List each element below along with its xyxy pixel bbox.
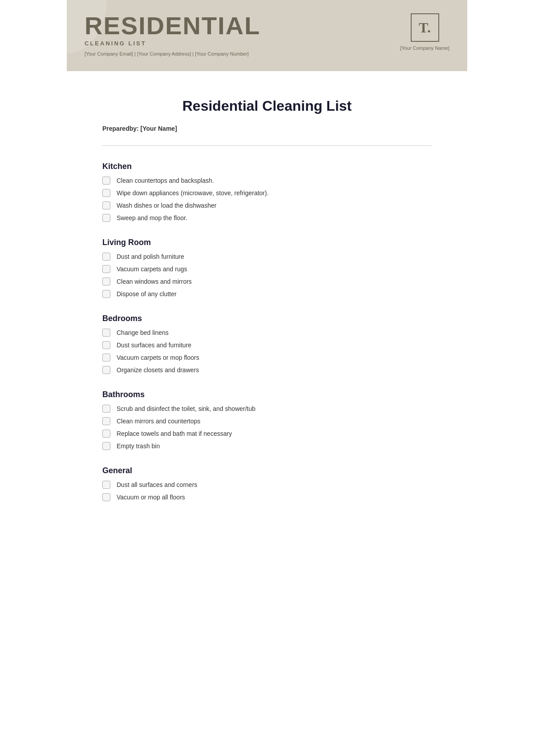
list-item[interactable]: Scrub and disinfect the toilet, sink, an… <box>102 405 432 413</box>
prepared-by: Preparedby: [Your Name] <box>102 125 432 132</box>
checklist-item-label: Vacuum carpets or mop floors <box>117 354 199 361</box>
list-item[interactable]: Empty trash bin <box>102 442 432 450</box>
checkbox-icon[interactable] <box>102 201 110 209</box>
list-item[interactable]: Vacuum carpets or mop floors <box>102 354 432 362</box>
checkbox-icon[interactable] <box>102 405 110 413</box>
list-item[interactable]: Dust and polish furniture <box>102 253 432 261</box>
checkbox-icon[interactable] <box>102 277 110 286</box>
section-bathrooms: BathroomsScrub and disinfect the toilet,… <box>102 390 432 450</box>
sections-container: KitchenClean countertops and backsplash.… <box>102 162 432 501</box>
list-item[interactable]: Clean countertops and backsplash. <box>102 177 432 185</box>
checklist-item-label: Replace towels and bath mat if necessary <box>117 430 232 437</box>
section-general: GeneralDust all surfaces and cornersVacu… <box>102 466 432 501</box>
checklist-item-label: Vacuum carpets and rugs <box>117 265 187 273</box>
checkbox-icon[interactable] <box>102 341 110 349</box>
checklist-item-label: Vacuum or mop all floors <box>117 494 185 501</box>
prepared-label: Preparedby: <box>102 125 139 132</box>
checklist-item-label: Empty trash bin <box>117 442 160 450</box>
checkbox-icon[interactable] <box>102 177 110 185</box>
list-item[interactable]: Vacuum carpets and rugs <box>102 265 432 273</box>
section-title-3: Bathrooms <box>102 390 432 399</box>
section-divider <box>102 145 432 146</box>
header-subtitle: CLEANING LIST <box>85 40 449 47</box>
list-item[interactable]: Vacuum or mop all floors <box>102 493 432 501</box>
list-item[interactable]: Clean mirrors and countertops <box>102 417 432 425</box>
checkbox-icon[interactable] <box>102 366 110 374</box>
header-contact: [Your Company Email] | [Your Company Add… <box>85 51 449 56</box>
list-item[interactable]: Sweep and mop the floor. <box>102 214 432 222</box>
header: RESIDENTIAL CLEANING LIST [Your Company … <box>67 0 467 71</box>
checklist-1: Dust and polish furnitureVacuum carpets … <box>102 253 432 298</box>
checklist-item-label: Dust surfaces and furniture <box>117 342 191 349</box>
section-bedrooms: BedroomsChange bed linensDust surfaces a… <box>102 314 432 374</box>
checkbox-icon[interactable] <box>102 493 110 501</box>
checklist-item-label: Clean windows and mirrors <box>117 278 192 285</box>
section-title-4: General <box>102 466 432 475</box>
checklist-item-label: Clean mirrors and countertops <box>117 418 200 425</box>
section-title-1: Living Room <box>102 238 432 247</box>
list-item[interactable]: Replace towels and bath mat if necessary <box>102 430 432 438</box>
section-kitchen: KitchenClean countertops and backsplash.… <box>102 162 432 222</box>
checklist-item-label: Organize closets and drawers <box>117 366 199 374</box>
list-item[interactable]: Clean windows and mirrors <box>102 277 432 286</box>
checkbox-icon[interactable] <box>102 417 110 425</box>
checklist-item-label: Wipe down appliances (microwave, stove, … <box>117 189 269 197</box>
checkbox-icon[interactable] <box>102 253 110 261</box>
company-name: [Your Company Name] <box>400 45 449 51</box>
section-title-2: Bedrooms <box>102 314 432 323</box>
list-item[interactable]: Organize closets and drawers <box>102 366 432 374</box>
list-item[interactable]: Change bed linens <box>102 329 432 337</box>
page-title: Residential Cleaning List <box>102 98 432 114</box>
checklist-item-label: Dispose of any clutter <box>117 290 177 298</box>
checklist-item-label: Wash dishes or load the dishwasher <box>117 202 216 209</box>
checklist-item-label: Dust all surfaces and corners <box>117 481 197 488</box>
checkbox-icon[interactable] <box>102 265 110 273</box>
checklist-item-label: Scrub and disinfect the toilet, sink, an… <box>117 405 255 412</box>
checklist-item-label: Dust and polish furniture <box>117 253 184 260</box>
checkbox-icon[interactable] <box>102 214 110 222</box>
checklist-0: Clean countertops and backsplash.Wipe do… <box>102 177 432 222</box>
header-title: RESIDENTIAL <box>85 13 449 38</box>
list-item[interactable]: Wash dishes or load the dishwasher <box>102 201 432 209</box>
list-item[interactable]: Dust all surfaces and corners <box>102 481 432 489</box>
prepared-name: [Your Name] <box>141 125 177 132</box>
list-item[interactable]: Dispose of any clutter <box>102 290 432 298</box>
checkbox-icon[interactable] <box>102 442 110 450</box>
main-content: Residential Cleaning List Preparedby: [Y… <box>67 71 467 544</box>
checkbox-icon[interactable] <box>102 189 110 197</box>
checklist-item-label: Clean countertops and backsplash. <box>117 177 214 184</box>
checkbox-icon[interactable] <box>102 354 110 362</box>
section-title-0: Kitchen <box>102 162 432 171</box>
checklist-item-label: Change bed linens <box>117 329 169 336</box>
checkbox-icon[interactable] <box>102 430 110 438</box>
checklist-3: Scrub and disinfect the toilet, sink, an… <box>102 405 432 450</box>
header-left: RESIDENTIAL CLEANING LIST [Your Company … <box>85 13 449 56</box>
checklist-4: Dust all surfaces and cornersVacuum or m… <box>102 481 432 501</box>
checklist-2: Change bed linensDust surfaces and furni… <box>102 329 432 374</box>
list-item[interactable]: Dust surfaces and furniture <box>102 341 432 349</box>
header-right: T. [Your Company Name] <box>400 13 449 51</box>
company-logo: T. <box>411 13 439 42</box>
checkbox-icon[interactable] <box>102 481 110 489</box>
section-living-room: Living RoomDust and polish furnitureVacu… <box>102 238 432 298</box>
checklist-item-label: Sweep and mop the floor. <box>117 214 187 221</box>
checkbox-icon[interactable] <box>102 329 110 337</box>
list-item[interactable]: Wipe down appliances (microwave, stove, … <box>102 189 432 197</box>
checkbox-icon[interactable] <box>102 290 110 298</box>
